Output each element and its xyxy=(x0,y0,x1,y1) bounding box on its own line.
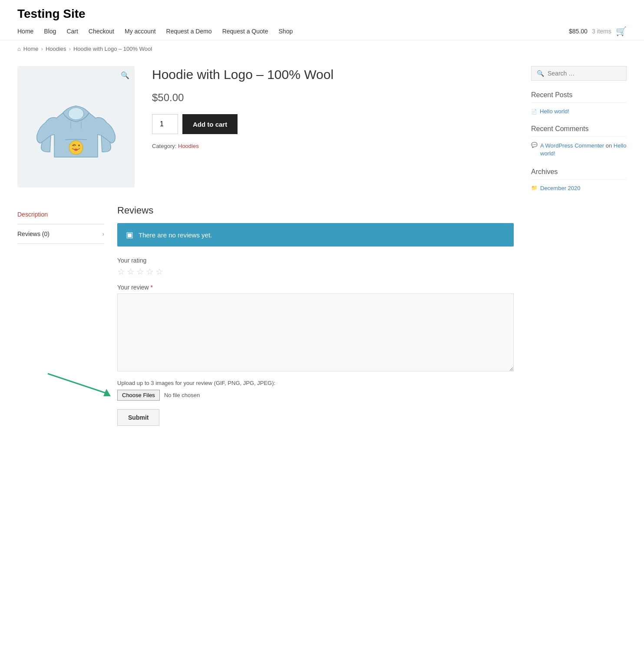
nav-shop[interactable]: Shop xyxy=(279,28,293,35)
post-icon: 📄 xyxy=(531,109,537,115)
archive-item: 📁 December 2020 xyxy=(531,185,627,191)
quantity-input[interactable] xyxy=(152,114,178,134)
review-form: Your rating ☆ ☆ ☆ ☆ ☆ Your review * xyxy=(117,257,514,426)
comment-author-link[interactable]: A WordPress Commenter xyxy=(540,142,604,149)
nav-my-account[interactable]: My account xyxy=(125,28,156,35)
product-price: $50.00 xyxy=(152,92,514,104)
no-reviews-text: There are no reviews yet. xyxy=(139,231,212,239)
stars-row: ☆ ☆ ☆ ☆ ☆ xyxy=(117,266,514,277)
breadcrumb-current: Hoodie with Logo – 100% Wool xyxy=(73,46,152,52)
cart-info: $85.00 3 items 🛒 xyxy=(569,26,627,36)
svg-point-0 xyxy=(68,108,84,120)
zoom-icon[interactable]: 🔍 xyxy=(121,71,129,79)
upload-section: Upload up to 3 images for your review (G… xyxy=(117,380,514,426)
nav-checkout[interactable]: Checkout xyxy=(89,28,114,35)
product-details: Hoodie with Logo – 100% Wool $50.00 Add … xyxy=(152,66,514,187)
content-area: 🔍 xyxy=(17,66,514,426)
add-to-cart-row: Add to cart xyxy=(152,114,514,134)
star-5[interactable]: ☆ xyxy=(155,266,163,277)
home-icon: ⌂ xyxy=(17,46,21,52)
nav-cart[interactable]: Cart xyxy=(66,28,78,35)
product-title: Hoodie with Logo – 100% Wool xyxy=(152,66,514,83)
nav-blog[interactable]: Blog xyxy=(44,28,56,35)
nav-request-demo[interactable]: Request a Demo xyxy=(166,28,212,35)
archive-icon: 📁 xyxy=(531,185,538,191)
product-image xyxy=(26,77,126,177)
rating-label: Your rating xyxy=(117,257,514,264)
breadcrumb: ⌂ Home › Hoodies › Hoodie with Logo – 10… xyxy=(0,40,644,57)
info-icon: ▣ xyxy=(126,230,133,240)
sidebar: 🔍 Recent Posts 📄 Hello world! Recent Com… xyxy=(531,66,627,426)
comment-icon: 💬 xyxy=(531,142,538,148)
svg-point-3 xyxy=(69,141,83,155)
hoodie-illustration xyxy=(33,83,119,170)
tab-description[interactable]: Description xyxy=(17,205,104,224)
star-1[interactable]: ☆ xyxy=(117,266,125,277)
recent-post-link[interactable]: Hello world! xyxy=(540,108,569,115)
review-textarea[interactable] xyxy=(117,293,514,372)
review-label: Your review * xyxy=(117,284,514,291)
cart-icon[interactable]: 🛒 xyxy=(616,26,627,36)
sidebar-search: 🔍 xyxy=(531,66,627,81)
comment-item: 💬 A WordPress Commenter on Hello world! xyxy=(531,142,627,158)
tab-arrow-icon: › xyxy=(102,230,104,237)
lower-section: Description Reviews (0) › Reviews ▣ Ther… xyxy=(17,205,514,426)
svg-point-4 xyxy=(78,145,80,146)
svg-line-6 xyxy=(72,145,75,146)
category-link[interactable]: Hoodies xyxy=(178,143,199,149)
product-category: Category: Hoodies xyxy=(152,143,514,149)
recent-posts-heading: Recent Posts xyxy=(531,91,627,103)
search-icon: 🔍 xyxy=(537,70,544,77)
product-image-wrap: 🔍 xyxy=(17,66,135,187)
recent-posts-section: Recent Posts 📄 Hello world! xyxy=(531,91,627,115)
upload-label: Upload up to 3 images for your review (G… xyxy=(117,380,514,386)
star-3[interactable]: ☆ xyxy=(136,266,144,277)
comment-on: on xyxy=(606,142,614,149)
recent-comments-heading: Recent Comments xyxy=(531,125,627,137)
submit-button[interactable]: Submit xyxy=(117,409,159,426)
recent-comments-section: Recent Comments 💬 A WordPress Commenter … xyxy=(531,125,627,158)
nav-home[interactable]: Home xyxy=(17,28,33,35)
site-header: Testing Site Home Blog Cart Checkout My … xyxy=(0,0,644,40)
search-box: 🔍 xyxy=(531,66,627,81)
required-mark: * xyxy=(151,284,153,291)
comment-text: A WordPress Commenter on Hello world! xyxy=(540,142,627,158)
no-file-text: No file chosen xyxy=(164,392,200,398)
archives-section: Archives 📁 December 2020 xyxy=(531,168,627,191)
add-to-cart-button[interactable]: Add to cart xyxy=(182,114,238,134)
nav-request-quote[interactable]: Request a Quote xyxy=(222,28,268,35)
breadcrumb-home[interactable]: Home xyxy=(23,46,39,52)
star-4[interactable]: ☆ xyxy=(146,266,154,277)
archives-heading: Archives xyxy=(531,168,627,180)
tab-reviews[interactable]: Reviews (0) › xyxy=(17,224,104,244)
no-reviews-banner: ▣ There are no reviews yet. xyxy=(117,223,514,247)
reviews-content: Reviews ▣ There are no reviews yet. Your… xyxy=(117,205,514,426)
cart-price: $85.00 xyxy=(569,28,588,35)
breadcrumb-category[interactable]: Hoodies xyxy=(46,46,66,52)
product-layout: 🔍 xyxy=(17,66,514,187)
cart-items: 3 items xyxy=(592,28,611,35)
archive-link[interactable]: December 2020 xyxy=(540,185,581,191)
svg-point-5 xyxy=(74,149,78,151)
star-2[interactable]: ☆ xyxy=(127,266,135,277)
file-input-row: Choose Files No file chosen xyxy=(117,390,514,401)
search-input[interactable] xyxy=(548,70,624,77)
choose-files-button[interactable]: Choose Files xyxy=(117,390,160,401)
svg-line-7 xyxy=(48,374,106,393)
reviews-title: Reviews xyxy=(117,205,514,216)
main-nav: Home Blog Cart Checkout My account Reque… xyxy=(17,26,627,36)
recent-post-item: 📄 Hello world! xyxy=(531,108,627,115)
site-title: Testing Site xyxy=(17,7,627,21)
main-container: 🔍 xyxy=(0,57,644,434)
annotation-arrow xyxy=(39,365,117,400)
